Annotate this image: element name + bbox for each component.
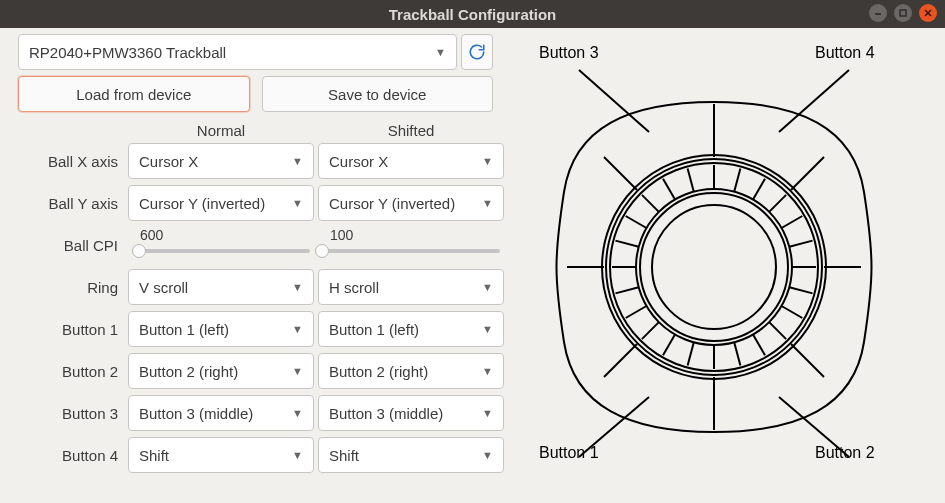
svg-line-14	[604, 344, 637, 377]
titlebar: Trackball Configuration	[0, 0, 945, 28]
window-title: Trackball Configuration	[0, 6, 945, 23]
chevron-down-icon: ▼	[292, 281, 303, 293]
column-header-normal: Normal	[128, 118, 314, 143]
load-from-device-button[interactable]: Load from device	[18, 76, 250, 112]
chevron-down-icon: ▼	[482, 449, 493, 461]
device-select-value: RP2040+PMW3360 Trackball	[29, 44, 226, 61]
cpi-shifted-value: 100	[330, 227, 353, 243]
svg-line-32	[626, 306, 647, 318]
svg-point-17	[606, 159, 822, 375]
chevron-down-icon: ▼	[292, 155, 303, 167]
chevron-down-icon: ▼	[482, 155, 493, 167]
save-to-device-button[interactable]: Save to device	[262, 76, 494, 112]
svg-line-13	[791, 157, 824, 190]
refresh-button[interactable]	[461, 34, 493, 70]
diagram-label-button-3: Button 3	[539, 44, 599, 62]
window-close-button[interactable]	[919, 4, 937, 22]
ball-cpi-normal-slider[interactable]: 600	[128, 227, 314, 263]
button-2-shifted-select[interactable]: Button 2 (right)▼	[318, 353, 504, 389]
load-button-label: Load from device	[76, 86, 191, 103]
svg-point-18	[610, 163, 818, 371]
row-label-button-3: Button 3	[18, 405, 124, 422]
svg-line-45	[789, 241, 812, 247]
row-label-ball-cpi: Ball CPI	[18, 237, 124, 254]
svg-line-27	[734, 342, 740, 365]
diagram-label-button-4: Button 4	[815, 44, 875, 62]
svg-line-6	[579, 397, 649, 457]
ball-y-normal-select[interactable]: Cursor Y (inverted)▼	[128, 185, 314, 221]
svg-line-25	[769, 322, 786, 339]
save-button-label: Save to device	[328, 86, 426, 103]
slider-handle[interactable]	[132, 244, 146, 258]
svg-line-38	[663, 179, 675, 200]
trackball-diagram	[509, 62, 919, 472]
row-label-ball-x: Ball X axis	[18, 153, 124, 170]
svg-rect-1	[900, 10, 906, 16]
svg-line-4	[579, 70, 649, 132]
chevron-down-icon: ▼	[482, 323, 493, 335]
button-4-shifted-select[interactable]: Shift▼	[318, 437, 504, 473]
ball-cpi-shifted-slider[interactable]: 100	[318, 227, 504, 263]
svg-line-37	[642, 195, 659, 212]
chevron-down-icon: ▼	[482, 365, 493, 377]
chevron-down-icon: ▼	[292, 449, 303, 461]
svg-line-42	[753, 179, 765, 200]
window-maximize-button[interactable]	[894, 4, 912, 22]
svg-line-26	[753, 335, 765, 356]
svg-line-5	[779, 70, 849, 132]
ring-shifted-select[interactable]: H scroll▼	[318, 269, 504, 305]
button-4-normal-select[interactable]: Shift▼	[128, 437, 314, 473]
svg-line-35	[615, 241, 638, 247]
button-2-normal-select[interactable]: Button 2 (right)▼	[128, 353, 314, 389]
svg-line-24	[782, 306, 803, 318]
device-select[interactable]: RP2040+PMW3360 Trackball ▼	[18, 34, 457, 70]
chevron-down-icon: ▼	[482, 407, 493, 419]
svg-line-36	[626, 216, 647, 228]
chevron-down-icon: ▼	[292, 365, 303, 377]
svg-line-43	[769, 195, 786, 212]
svg-line-15	[791, 344, 824, 377]
button-3-normal-select[interactable]: Button 3 (middle)▼	[128, 395, 314, 431]
row-label-button-1: Button 1	[18, 321, 124, 338]
row-label-ball-y: Ball Y axis	[18, 195, 124, 212]
button-1-normal-select[interactable]: Button 1 (left)▼	[128, 311, 314, 347]
row-label-button-4: Button 4	[18, 447, 124, 464]
svg-point-21	[652, 205, 776, 329]
svg-point-19	[636, 189, 792, 345]
svg-line-30	[663, 335, 675, 356]
ball-x-shifted-select[interactable]: Cursor X▼	[318, 143, 504, 179]
ring-normal-select[interactable]: V scroll▼	[128, 269, 314, 305]
chevron-down-icon: ▼	[292, 197, 303, 209]
ball-y-shifted-select[interactable]: Cursor Y (inverted)▼	[318, 185, 504, 221]
svg-line-31	[642, 322, 659, 339]
window-minimize-button[interactable]	[869, 4, 887, 22]
svg-line-23	[789, 287, 812, 293]
chevron-down-icon: ▼	[482, 197, 493, 209]
chevron-down-icon: ▼	[292, 323, 303, 335]
row-label-button-2: Button 2	[18, 363, 124, 380]
svg-line-7	[779, 397, 849, 457]
svg-line-29	[688, 342, 694, 365]
svg-line-39	[688, 168, 694, 191]
chevron-down-icon: ▼	[292, 407, 303, 419]
button-3-shifted-select[interactable]: Button 3 (middle)▼	[318, 395, 504, 431]
svg-point-20	[640, 193, 788, 341]
chevron-down-icon: ▼	[482, 281, 493, 293]
cpi-normal-value: 600	[140, 227, 163, 243]
svg-line-12	[604, 157, 637, 190]
ball-x-normal-select[interactable]: Cursor X▼	[128, 143, 314, 179]
svg-line-44	[782, 216, 803, 228]
button-1-shifted-select[interactable]: Button 1 (left)▼	[318, 311, 504, 347]
column-header-shifted: Shifted	[318, 118, 504, 143]
chevron-down-icon: ▼	[435, 46, 446, 58]
slider-handle[interactable]	[315, 244, 329, 258]
row-label-ring: Ring	[18, 279, 124, 296]
svg-line-41	[734, 168, 740, 191]
svg-line-33	[615, 287, 638, 293]
